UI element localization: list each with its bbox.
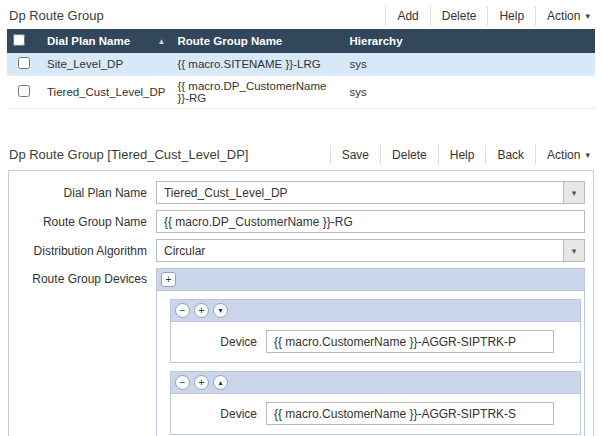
action-menu-label: Action [547, 148, 580, 162]
select-all-checkbox[interactable] [13, 34, 25, 46]
device-row: Device [171, 330, 580, 353]
device-label: Device [171, 335, 266, 349]
detail-toolbar-buttons: Save Delete Help Back Action ▾ [330, 145, 595, 165]
distribution-algorithm-label: Distribution Algorithm [9, 244, 156, 258]
cell-route-group-name: {{ macro.SITENAME }}-LRG [171, 53, 343, 76]
caret-down-icon[interactable]: ▾ [563, 240, 584, 261]
column-header-hierarchy[interactable]: Hierarchy [343, 29, 595, 53]
route-group-devices-panel: + − + ▾ [156, 268, 585, 436]
action-menu-button[interactable]: Action ▾ [535, 145, 595, 165]
remove-device-button[interactable]: − [175, 303, 190, 318]
device-group: − + ▴ Device [170, 371, 581, 435]
detail-toolbar: Dp Route Group [Tiered_Cust_Level_DP] Sa… [7, 141, 595, 168]
sort-asc-icon: ▲ [158, 37, 166, 46]
plus-icon: + [199, 306, 205, 316]
caret-down-icon[interactable]: ▾ [563, 182, 584, 203]
column-header-dial-plan-name[interactable]: Dial Plan Name ▲ [41, 29, 171, 53]
row-checkbox[interactable] [18, 85, 30, 97]
plus-icon: + [199, 378, 205, 388]
column-header-route-group-name[interactable]: Route Group Name [171, 29, 343, 53]
dial-plan-name-select[interactable]: Tiered_Cust_Level_DP ▾ [156, 181, 585, 204]
dial-plan-name-label: Dial Plan Name [9, 186, 156, 200]
delete-button[interactable]: Delete [380, 145, 438, 165]
route-group-name-input[interactable] [156, 210, 585, 233]
device-label: Device [171, 407, 266, 421]
form-row-route-group-name: Route Group Name [9, 210, 585, 233]
action-menu-label: Action [547, 9, 580, 23]
row-checkbox[interactable] [18, 57, 30, 69]
detail-form: Dial Plan Name Tiered_Cust_Level_DP ▾ Ro… [8, 170, 594, 436]
back-button[interactable]: Back [485, 145, 535, 165]
add-device-button[interactable]: + [194, 303, 209, 318]
device-group-header: − + ▴ [171, 372, 580, 394]
form-row-route-group-devices: Route Group Devices + − + [9, 268, 585, 436]
table-row[interactable]: Tiered_Cust_Level_DP {{ macro.DP_Custome… [7, 76, 595, 109]
add-device-button[interactable]: + [194, 375, 209, 390]
devices-panel-body: − + ▾ Device [157, 291, 584, 436]
minus-icon: − [180, 378, 186, 388]
row-checkbox-cell [7, 53, 41, 76]
list-toolbar-buttons: Add Delete Help Action ▾ [385, 6, 595, 26]
move-down-button[interactable]: ▾ [213, 303, 228, 318]
add-button[interactable]: Add [385, 6, 429, 26]
device-group-body: Device [171, 322, 580, 362]
plus-icon: + [166, 275, 172, 285]
cell-hierarchy: sys [343, 53, 595, 76]
list-toolbar: Dp Route Group Add Delete Help Action ▾ [7, 2, 595, 29]
device-input[interactable] [266, 402, 554, 425]
table-row[interactable]: Site_Level_DP {{ macro.SITENAME }}-LRG s… [7, 53, 595, 76]
list-panel-title: Dp Route Group [7, 8, 104, 23]
distribution-algorithm-select[interactable]: Circular ▾ [156, 239, 585, 262]
detail-panel-title: Dp Route Group [Tiered_Cust_Level_DP] [7, 147, 248, 162]
cell-route-group-name: {{ macro.DP_CustomerName }}-RG [171, 76, 343, 109]
caret-up-icon: ▴ [219, 379, 223, 387]
action-menu-button[interactable]: Action ▾ [535, 6, 595, 26]
device-row: Device [171, 402, 580, 425]
move-up-button[interactable]: ▴ [213, 375, 228, 390]
caret-down-icon: ▾ [585, 11, 590, 21]
route-group-table: Dial Plan Name ▲ Route Group Name Hierar… [7, 29, 595, 109]
row-checkbox-cell [7, 76, 41, 109]
caret-down-icon: ▾ [219, 307, 223, 315]
caret-down-icon: ▾ [585, 150, 590, 160]
device-group-header: − + ▾ [171, 300, 580, 322]
form-row-distribution-algorithm: Distribution Algorithm Circular ▾ [9, 239, 585, 262]
device-group-body: Device [171, 394, 580, 434]
form-row-dial-plan-name: Dial Plan Name Tiered_Cust_Level_DP ▾ [9, 181, 585, 204]
distribution-algorithm-value: Circular [164, 244, 205, 258]
help-button[interactable]: Help [438, 145, 486, 165]
remove-device-button[interactable]: − [175, 375, 190, 390]
select-all-header-cell [7, 29, 41, 53]
column-label-dial-plan-name: Dial Plan Name [47, 35, 130, 47]
devices-panel-header: + [157, 269, 584, 291]
cell-dial-plan-name: Tiered_Cust_Level_DP [41, 76, 171, 109]
dial-plan-name-value: Tiered_Cust_Level_DP [164, 186, 288, 200]
cell-dial-plan-name: Site_Level_DP [41, 53, 171, 76]
minus-icon: − [180, 306, 186, 316]
route-group-list-panel: Dp Route Group Add Delete Help Action ▾ … [0, 0, 602, 109]
cell-hierarchy: sys [343, 76, 595, 109]
add-device-group-button[interactable]: + [161, 272, 176, 287]
device-group: − + ▾ Device [170, 299, 581, 363]
help-button[interactable]: Help [487, 6, 535, 26]
device-input[interactable] [266, 330, 554, 353]
table-header-row: Dial Plan Name ▲ Route Group Name Hierar… [7, 29, 595, 53]
route-group-detail-panel: Dp Route Group [Tiered_Cust_Level_DP] Sa… [0, 139, 602, 436]
route-group-devices-label: Route Group Devices [9, 268, 156, 286]
route-group-name-label: Route Group Name [9, 215, 156, 229]
delete-button[interactable]: Delete [430, 6, 488, 26]
save-button[interactable]: Save [330, 145, 380, 165]
